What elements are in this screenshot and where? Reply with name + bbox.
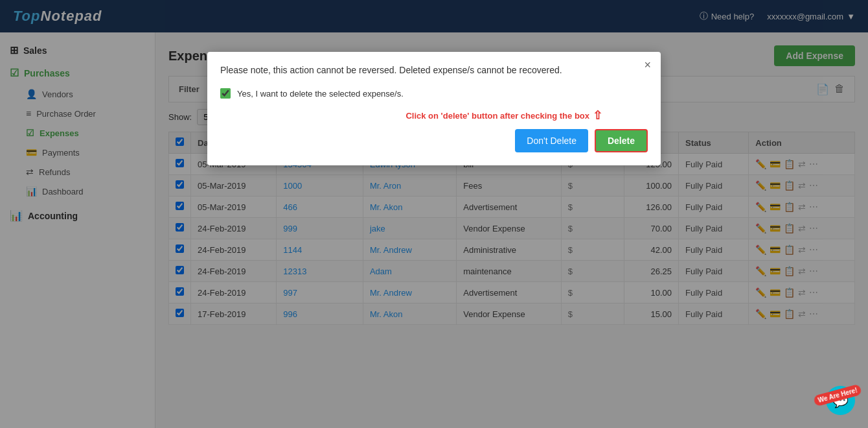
- delete-button[interactable]: Delete: [595, 129, 648, 152]
- confirm-delete-checkbox[interactable]: [220, 88, 231, 99]
- modal-buttons: Don't Delete Delete: [220, 129, 648, 152]
- modal-close-button[interactable]: ×: [644, 58, 651, 72]
- arrow-up-icon: ⇧: [593, 108, 602, 123]
- confirm-delete-label: Yes, I want to delete the selected expen…: [237, 89, 404, 99]
- delete-confirmation-modal: × Please note, this action cannot be rev…: [207, 52, 661, 165]
- dont-delete-button[interactable]: Don't Delete: [515, 129, 588, 152]
- modal-overlay: × Please note, this action cannot be rev…: [0, 0, 868, 428]
- modal-hint-text: Click on 'delete' button after checking …: [405, 111, 589, 121]
- modal-message: Please note, this action cannot be rever…: [220, 65, 648, 75]
- modal-confirm-row: Yes, I want to delete the selected expen…: [220, 88, 648, 99]
- modal-hint: Click on 'delete' button after checking …: [220, 108, 648, 123]
